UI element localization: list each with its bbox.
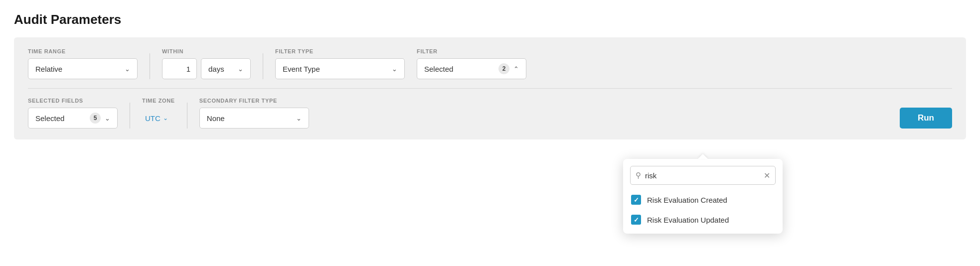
dropdown-item-0[interactable]: ✓ Risk Evaluation Created [623,190,783,210]
filter-selected-text: Selected [424,65,494,73]
timezone-chevron-icon: ⌄ [163,115,168,122]
row-2: SELECTED FIELDS Selected 5 ⌄ TIME ZONE U… [28,88,952,129]
time-range-value: Relative [35,65,121,73]
time-range-label: TIME RANGE [28,48,138,54]
within-label: WITHIN [162,48,251,54]
filter-type-chevron-icon: ⌄ [392,65,397,73]
divider-3 [130,103,130,129]
filter-type-select[interactable]: Event Type ⌄ [275,58,405,79]
divider-1 [150,53,150,79]
within-group: WITHIN 1 days ⌄ [162,48,251,79]
checkbox-1[interactable]: ✓ [631,215,641,225]
selected-fields-count-badge: 5 [90,113,101,124]
time-range-group: TIME RANGE Relative ⌄ [28,48,138,79]
time-range-chevron-icon: ⌄ [125,65,130,73]
within-inputs: 1 days ⌄ [162,58,251,79]
page-title: Audit Parameters [14,12,966,27]
filter-group: FILTER Selected 2 ⌃ [417,48,526,79]
clear-icon[interactable]: ✕ [764,171,770,180]
filter-type-label: FILTER TYPE [275,48,405,54]
search-input[interactable] [645,171,760,180]
within-number-input[interactable]: 1 [162,58,197,79]
selected-fields-text: Selected [35,114,86,123]
secondary-filter-chevron-icon: ⌄ [296,115,302,122]
audit-params-panel: TIME RANGE Relative ⌄ WITHIN 1 days ⌄ [14,37,966,139]
dropdown-item-text-0: Risk Evaluation Created [647,196,727,204]
secondary-filter-select[interactable]: None ⌄ [199,108,309,129]
timezone-label: TIME ZONE [142,98,175,104]
divider-2 [263,53,263,79]
filter-type-value: Event Type [283,65,388,73]
filter-chevron-icon: ⌃ [513,65,519,73]
dropdown-item-text-1: Risk Evaluation Updated [647,216,729,224]
selected-fields-chevron-icon: ⌄ [105,115,110,122]
checkmark-0: ✓ [634,196,639,204]
secondary-filter-group: SECONDARY FILTER TYPE None ⌄ [199,98,309,129]
selected-fields-label: SELECTED FIELDS [28,98,118,104]
filter-dropdown-popup: ⚲ ✕ ✓ Risk Evaluation Created ✓ Risk Eva… [623,159,783,234]
divider-4 [187,103,187,129]
filter-count-badge: 2 [498,63,509,74]
run-button[interactable]: Run [900,108,952,129]
secondary-filter-value: None [207,114,292,123]
checkmark-1: ✓ [634,216,639,224]
timezone-value: UTC [145,114,161,123]
dropdown-item-1[interactable]: ✓ Risk Evaluation Updated [623,210,783,230]
row-1: TIME RANGE Relative ⌄ WITHIN 1 days ⌄ [28,48,952,79]
within-unit-select[interactable]: days ⌄ [201,58,251,79]
within-unit-chevron-icon: ⌄ [238,65,243,73]
search-icon: ⚲ [636,171,641,180]
timezone-group: TIME ZONE UTC ⌄ [142,98,175,129]
within-unit-value: days [208,65,234,73]
filter-type-group: FILTER TYPE Event Type ⌄ [275,48,405,79]
selected-fields-group: SELECTED FIELDS Selected 5 ⌄ [28,98,118,129]
secondary-filter-label: SECONDARY FILTER TYPE [199,98,309,104]
filter-select[interactable]: Selected 2 ⌃ [417,58,526,79]
time-range-select[interactable]: Relative ⌄ [28,58,138,79]
filter-label: FILTER [417,48,526,54]
selected-fields-select[interactable]: Selected 5 ⌄ [28,108,118,129]
search-row: ⚲ ✕ [630,166,776,185]
timezone-select[interactable]: UTC ⌄ [142,108,175,129]
checkbox-0[interactable]: ✓ [631,195,641,205]
